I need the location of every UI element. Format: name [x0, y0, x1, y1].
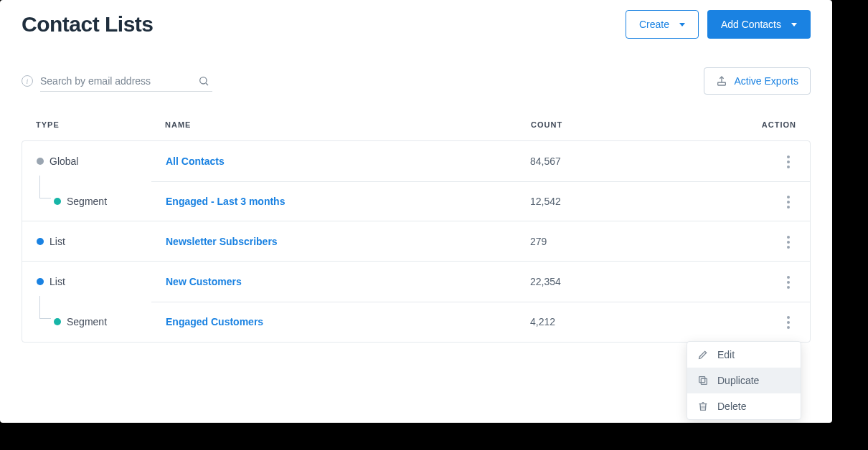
- add-contacts-label: Add Contacts: [721, 19, 781, 30]
- row-actions-menu: Edit Duplicate Delete: [687, 341, 801, 420]
- list-name-link[interactable]: All Contacts: [166, 155, 530, 167]
- info-icon: i: [22, 75, 33, 87]
- th-name: NAME: [165, 120, 531, 129]
- dot-icon: [54, 198, 61, 205]
- list-name-link[interactable]: Newsletter Subscribers: [166, 236, 530, 247]
- row-actions-button[interactable]: [781, 190, 796, 214]
- table-row: Segment Engaged Customers 4,212: [22, 302, 810, 342]
- row-actions-button[interactable]: [781, 230, 796, 254]
- count-value: 279: [530, 236, 717, 247]
- dot-icon: [54, 318, 61, 325]
- menu-item-label: Edit: [717, 349, 735, 360]
- count-value: 12,542: [530, 196, 717, 207]
- export-icon: [716, 75, 727, 87]
- svg-rect-3: [701, 378, 707, 384]
- type-label: List: [49, 276, 65, 287]
- count-value: 4,212: [530, 316, 717, 327]
- menu-item-duplicate[interactable]: Duplicate: [687, 368, 801, 393]
- count-value: 22,354: [530, 276, 717, 287]
- table-row: List New Customers 22,354: [22, 262, 810, 302]
- search-input[interactable]: [40, 71, 212, 92]
- type-label: Segment: [67, 316, 107, 327]
- row-actions-button[interactable]: [781, 270, 796, 295]
- menu-item-edit[interactable]: Edit: [687, 342, 801, 368]
- active-exports-label: Active Exports: [735, 75, 798, 87]
- menu-item-label: Duplicate: [717, 375, 759, 386]
- create-button-label: Create: [639, 19, 669, 30]
- svg-rect-4: [699, 377, 705, 383]
- search-icon[interactable]: [198, 75, 209, 87]
- duplicate-icon: [697, 375, 709, 386]
- dot-icon: [37, 238, 44, 245]
- trash-icon: [697, 401, 709, 412]
- table-row: Global All Contacts 84,567: [22, 141, 810, 181]
- type-label: Segment: [67, 196, 107, 207]
- count-value: 84,567: [530, 155, 717, 167]
- create-button[interactable]: Create: [626, 10, 699, 39]
- tree-line-icon: [39, 176, 51, 198]
- th-action: ACTION: [717, 120, 796, 129]
- menu-item-label: Delete: [717, 401, 746, 412]
- svg-point-0: [200, 77, 207, 84]
- row-actions-button[interactable]: [781, 310, 796, 335]
- add-contacts-button[interactable]: Add Contacts: [707, 10, 811, 39]
- svg-rect-2: [717, 82, 725, 85]
- row-actions-button[interactable]: [781, 150, 796, 174]
- chevron-down-icon: [791, 23, 797, 27]
- list-name-link[interactable]: Engaged Customers: [166, 316, 530, 327]
- th-count: COUNT: [531, 120, 717, 129]
- page-title: Contact Lists: [22, 12, 154, 37]
- th-type: TYPE: [36, 120, 165, 129]
- dot-icon: [37, 158, 44, 165]
- chevron-down-icon: [679, 23, 685, 27]
- list-name-link[interactable]: New Customers: [166, 276, 530, 287]
- menu-item-delete[interactable]: Delete: [687, 393, 801, 419]
- type-label: List: [49, 236, 65, 247]
- table-row: List Newsletter Subscribers 279: [22, 221, 810, 262]
- dot-icon: [37, 278, 44, 285]
- list-name-link[interactable]: Engaged - Last 3 months: [166, 196, 530, 207]
- svg-line-1: [206, 83, 208, 85]
- tree-line-icon: [39, 296, 51, 319]
- active-exports-button[interactable]: Active Exports: [704, 67, 811, 95]
- pencil-icon: [697, 349, 709, 360]
- table-row: Segment Engaged - Last 3 months 12,542: [22, 181, 810, 221]
- type-label: Global: [49, 155, 78, 167]
